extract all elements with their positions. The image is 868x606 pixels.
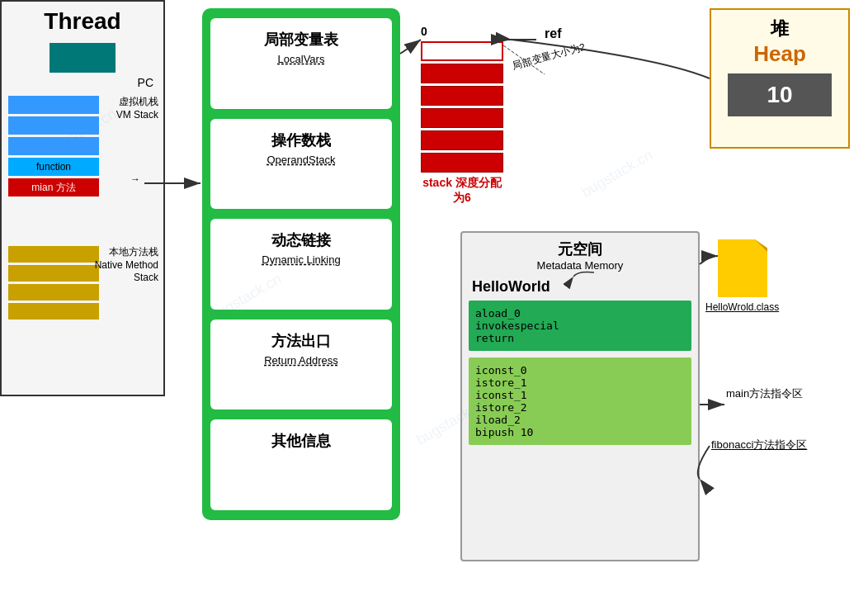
- code-line-2: invokespecial: [475, 320, 685, 332]
- native-stack-group: 本地方法栈 Native Method Stack: [8, 246, 157, 320]
- pc-block: [50, 43, 116, 73]
- native-bar-2: [8, 265, 99, 282]
- dynamic-cn: 动态链接: [217, 230, 385, 250]
- localvars-cn: 局部变量表: [217, 30, 385, 50]
- frame-box-operand: 操作数栈 OperandStack: [210, 119, 392, 210]
- native-bar-4: [8, 303, 99, 320]
- return-cn: 方法出口: [217, 331, 385, 351]
- stack-slot-3: [421, 108, 503, 128]
- thread-panel: Thread PC function mian 方法 虚拟机栈 VM Stack…: [0, 0, 165, 396]
- code-line-1: aload_0: [475, 307, 685, 320]
- frame-box-localvars: 局部变量表 LocalVars: [210, 18, 392, 109]
- heap-title-cn: 堆: [711, 10, 848, 41]
- thread-title: Thread: [8, 8, 157, 35]
- heap-title-en: Heap: [711, 41, 848, 67]
- metadata-title-cn: 元空间: [469, 239, 691, 259]
- metadata-title-en: Metadata Memory: [469, 259, 691, 272]
- dynamic-en: Dynamic Linking: [217, 253, 385, 266]
- stack-slot-1: [421, 64, 503, 83]
- vm-stack-bar-3: [8, 137, 99, 155]
- local-var-size-label: 局部变量大小为2: [511, 40, 587, 73]
- stack-slot-5: [421, 153, 503, 173]
- code-line-5: istore_1: [475, 376, 685, 389]
- class-file-label: HelloWrold.class: [705, 301, 779, 313]
- frame-box-dynamic: 动态链接 Dynamic Linking: [210, 219, 392, 310]
- other-cn: 其他信息: [217, 431, 385, 451]
- code-line-4: iconst_0: [475, 364, 685, 376]
- code-box-2: iconst_0 istore_1 iconst_1 istore_2 iloa…: [469, 357, 691, 445]
- fibonacci-method-label: fibonacci方法指令区: [711, 438, 807, 452]
- heap-panel: 堆 Heap 10: [710, 8, 850, 149]
- file-body: [718, 239, 767, 297]
- return-en: Return Address: [217, 354, 385, 367]
- metadata-panel: 元空间 Metadata Memory HelloWorld aload_0 i…: [460, 231, 700, 561]
- operand-en: OperandStack: [217, 154, 385, 166]
- stack-slot-2: [421, 86, 503, 106]
- stack-visual: 0 stack 深度分配为6: [421, 25, 503, 206]
- vm-stack-arrow-label: →: [130, 173, 140, 185]
- frame-box-return: 方法出口 Return Address: [210, 320, 392, 410]
- localvars-en: LocalVars: [217, 53, 385, 65]
- operand-cn: 操作数栈: [217, 130, 385, 150]
- code-line-9: bipush 10: [475, 426, 685, 438]
- stack-depth-label: stack 深度分配为6: [421, 176, 503, 206]
- code-line-3: return: [475, 332, 685, 344]
- stack-slot-4: [421, 130, 503, 150]
- native-bar-3: [8, 284, 99, 301]
- main-method-label: main方法指令区: [726, 386, 803, 401]
- frame-panel: 局部变量表 LocalVars 操作数栈 OperandStack 动态链接 D…: [202, 8, 400, 520]
- code-line-6: iconst_1: [475, 389, 685, 401]
- mian-bar: mian 方法: [8, 178, 99, 196]
- code-line-8: iload_2: [475, 414, 685, 426]
- ref-label: ref: [545, 26, 561, 41]
- pc-label: PC: [8, 76, 157, 89]
- code-box-1: aload_0 invokespecial return: [469, 301, 691, 351]
- frame-box-other: 其他信息: [210, 419, 392, 510]
- vm-stack-bar-2: [8, 116, 99, 135]
- metadata-class-name: HelloWorld: [469, 278, 691, 296]
- class-file-icon: [718, 239, 767, 297]
- function-bar: function: [8, 158, 99, 176]
- native-stack-label: 本地方法栈 Native Method Stack: [95, 246, 158, 285]
- vm-stack-bar-1: [8, 96, 99, 114]
- heap-value: 10: [728, 73, 832, 116]
- stack-slot-0: [421, 41, 503, 61]
- code-line-7: istore_2: [475, 401, 685, 414]
- file-fold: [755, 239, 767, 252]
- native-bar-1: [8, 246, 99, 263]
- vm-stack-label: 虚拟机栈 VM Stack: [116, 96, 158, 121]
- stack-index: 0: [421, 25, 503, 38]
